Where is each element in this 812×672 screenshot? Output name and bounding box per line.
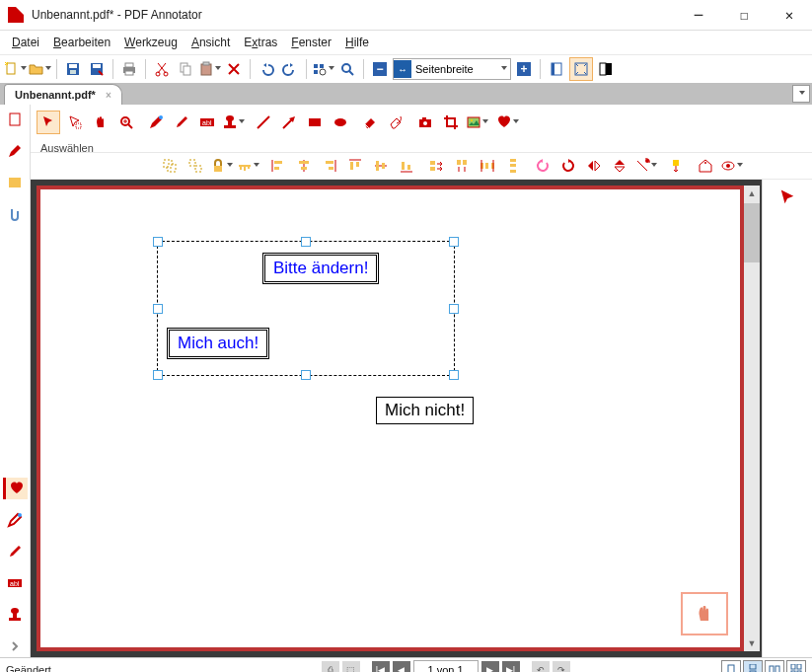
stamp-tool[interactable] [222,112,245,133]
paste-button[interactable] [198,58,221,80]
crop-tool[interactable] [440,112,462,133]
minimize-button[interactable]: ─ [676,0,721,30]
tag-button[interactable] [695,155,716,177]
zoom-field[interactable]: ↔ [393,58,511,80]
arrow-tool[interactable] [278,112,300,133]
print-button[interactable] [118,58,140,80]
zoom-tool[interactable] [115,112,137,133]
redo-button[interactable] [279,58,301,80]
save-as-button[interactable] [86,58,108,80]
cut-button[interactable] [151,58,173,80]
sidebar-favorites-icon[interactable] [3,478,28,499]
erase-area-tool[interactable] [385,112,406,133]
page-input[interactable] [413,660,479,672]
undo-button[interactable] [256,58,277,80]
open-button[interactable] [29,58,51,80]
layout-single-button[interactable] [546,58,567,80]
select-tool[interactable] [37,111,60,134]
ungroup-button[interactable] [185,155,206,177]
sidebar-pen-icon[interactable] [4,140,26,162]
rotate-free-button[interactable] [634,155,657,177]
view-two-page-button[interactable] [765,660,784,672]
menu-tool[interactable]: Werkzeug [118,33,184,52]
align-center-h-button[interactable] [293,155,315,177]
sidebar-page-icon[interactable] [4,109,26,130]
same-width-button[interactable] [425,155,447,177]
align-right-button[interactable] [319,155,340,177]
quick-pan-button[interactable] [681,592,728,635]
menu-window[interactable]: Fenster [285,33,337,52]
sidebar-highlighter-icon[interactable] [4,509,26,531]
menu-extras[interactable]: Extras [238,33,283,52]
align-center-v-button[interactable] [370,155,392,177]
distribute-v-button[interactable] [502,155,524,177]
tab-list-button[interactable] [792,85,810,103]
rotate-right-button[interactable] [557,155,579,177]
delete-button[interactable] [223,58,245,80]
document-tab[interactable]: Unbenannt.pdf* × [4,84,122,105]
rotate-left-button[interactable] [532,155,554,177]
new-button[interactable] [4,58,27,80]
group-button[interactable] [159,155,181,177]
annotation-2[interactable]: Mich auch! [167,328,269,359]
view-book-button[interactable] [786,660,806,672]
sidebar-textbox-icon[interactable]: abI [4,572,26,594]
copy-button[interactable] [175,58,196,80]
sidebar-stamp-icon[interactable] [4,604,26,626]
layout-fit-button[interactable] [569,57,593,81]
nav-export-button[interactable]: ⬚ [342,661,360,672]
zoom-out-button[interactable]: − [369,58,391,80]
menu-edit[interactable]: Bearbeiten [47,33,116,52]
scroll-down-icon[interactable]: ▼ [744,635,760,651]
rect-tool[interactable] [304,112,326,133]
style-copy-button[interactable] [665,155,687,177]
visibility-button[interactable] [720,155,743,177]
lasso-tool[interactable] [64,112,86,133]
nav-prev-button[interactable]: ◀ [393,661,410,672]
flip-h-button[interactable] [583,155,605,177]
text-tool[interactable]: abI [196,112,218,133]
sidebar-expand-icon[interactable] [4,635,26,657]
marker-tool[interactable] [171,112,192,133]
menu-help[interactable]: Hilfe [339,33,375,52]
page-canvas[interactable]: Bitte ändern! Mich auch! Mich nicht! [37,186,744,651]
menu-view[interactable]: Ansicht [185,33,236,52]
view-single-button[interactable] [721,660,741,672]
favorite-tool[interactable] [496,112,519,133]
melt-button[interactable] [237,155,259,177]
tab-close-icon[interactable]: × [106,90,111,101]
search-button[interactable] [336,58,358,80]
zoom-input[interactable] [411,60,498,78]
nav-back-button[interactable]: ↶ [532,661,550,672]
nav-first-button[interactable]: |◀ [372,661,390,672]
nav-forward-button[interactable]: ↷ [553,661,570,672]
eraser-tool[interactable] [359,112,381,133]
vertical-scrollbar[interactable]: ▲ ▼ [744,186,760,651]
ellipse-tool[interactable] [330,112,351,133]
save-button[interactable] [62,58,84,80]
snapshot-tool[interactable] [414,112,436,133]
align-bottom-button[interactable] [396,155,417,177]
align-top-button[interactable] [344,155,366,177]
close-button[interactable]: ✕ [767,0,812,30]
sidebar-pencil-icon[interactable] [4,541,26,562]
zoom-in-button[interactable]: + [513,58,535,80]
menu-file[interactable]: Datei [6,33,45,52]
distribute-h-button[interactable] [477,155,498,177]
annotation-3[interactable]: Mich nicht! [376,397,474,424]
layout-dark-button[interactable] [595,58,617,80]
find-button[interactable] [312,58,334,80]
maximize-button[interactable]: ☐ [721,0,767,30]
view-continuous-button[interactable] [743,660,763,672]
image-tool[interactable] [466,112,488,133]
nav-next-button[interactable]: ▶ [481,661,499,672]
scroll-up-icon[interactable]: ▲ [744,186,760,201]
align-left-button[interactable] [267,155,289,177]
annotation-1[interactable]: Bitte ändern! [262,253,379,284]
lock-button[interactable] [210,155,233,177]
same-height-button[interactable] [451,155,473,177]
nav-print-button[interactable]: ⎙ [322,661,339,672]
sidebar-clip-icon[interactable] [4,203,26,225]
flip-v-button[interactable] [609,155,630,177]
line-tool[interactable] [253,112,274,133]
